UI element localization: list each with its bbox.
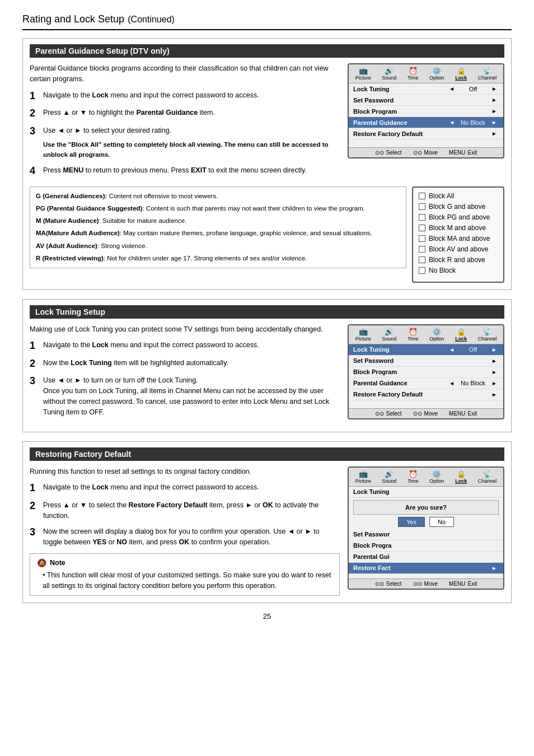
rs-icon-picture: 📺 Picture <box>355 470 371 484</box>
note-section: 🔕 Note This function will clear most of … <box>30 553 340 596</box>
rating-no-block: No Block <box>419 267 498 274</box>
lk-tv-footer: ⊙⊙Select ⊙⊙Move MENUExit <box>349 408 503 418</box>
lock-tuning-section: Lock Tuning Setup Making use of Lock Tun… <box>22 299 512 432</box>
rs-icon-channel: 📡 Channel <box>478 470 497 484</box>
parental-middle: G (General Audiences): Content not offen… <box>30 186 504 283</box>
rs-row-parental: Parental Gui <box>349 552 503 563</box>
lk-icon-option: ⚙️ Option <box>429 328 444 342</box>
icon-channel: 📡 Channel <box>478 67 497 81</box>
lk-row-block-program: Block Program ► <box>349 367 503 378</box>
note-bullet-1: This function will clear most of your cu… <box>43 570 332 591</box>
rs-icon-time: ⏰ Time <box>407 470 419 484</box>
rating-block-m: Block M and above <box>419 224 498 232</box>
parental-descriptions: G (General Audiences): Content not offen… <box>30 186 406 283</box>
icon-sound: 🔊 Sound <box>382 67 396 81</box>
parental-step-3: 3 Use ◄ or ► to select your desired rati… <box>30 125 340 160</box>
rs-icon-sound: 🔊 Sound <box>382 470 396 484</box>
rating-block-pg: Block PG and above <box>419 213 498 221</box>
ratings-panel: Block All Block G and above Block PG and… <box>412 186 504 283</box>
rs-row-set-password: Set Passwor <box>349 529 503 540</box>
restore-right: 📺 Picture 🔊 Sound ⏰ Time ⚙️ Option <box>348 466 504 596</box>
desc-panel: G (General Audiences): Content not offen… <box>30 186 406 269</box>
page-number: 25 <box>22 612 512 620</box>
lock-tuning-left: Making use of Lock Tuning you can protec… <box>30 324 340 425</box>
parental-guidance-section: Parental Guidance Setup (DTV only) Paren… <box>22 38 512 290</box>
restore-step-3: 3 Now the screen will display a dialog b… <box>30 526 340 548</box>
lock-step-2: 2 Now the Lock Tuning item will be highl… <box>30 358 340 370</box>
lk-icon-time: ⏰ Time <box>407 328 419 342</box>
lk-row-set-password: Set Password ► <box>349 356 503 367</box>
restore-left: Running this function to reset all setti… <box>30 466 340 596</box>
dialog-yes-button[interactable]: Yes <box>398 517 425 527</box>
icon-picture: 📺 Picture <box>355 67 371 81</box>
note-title: 🔕 Note <box>37 558 332 567</box>
lk-icon-channel: 📡 Channel <box>478 328 497 342</box>
rs-row-restore: Restore Fact ► <box>349 563 503 574</box>
parental-right: 📺 Picture 🔊 Sound ⏰ Time ⚙️ Option <box>348 63 504 183</box>
rs-icon-option: ⚙️ Option <box>429 470 444 484</box>
lock-step-3: 3 Use ◄ or ► to turn on or turn off the … <box>30 375 340 417</box>
lock-tuning-content: Making use of Lock Tuning you can protec… <box>30 324 504 425</box>
icon-option: ⚙️ Option <box>429 67 444 81</box>
parental-intro: Parental Guidance blocks programs accord… <box>30 63 340 85</box>
tv-footer: ⊙⊙Select ⊙⊙Move MENUExit <box>349 147 503 157</box>
restore-panel: 📺 Picture 🔊 Sound ⏰ Time ⚙️ Option <box>348 466 504 590</box>
restore-step-2: 2 Press ▲ or ▼ to select the Restore Fac… <box>30 500 340 521</box>
tv-panel-header: 📺 Picture 🔊 Sound ⏰ Time ⚙️ Option <box>349 64 503 83</box>
rs-row-block-program: Block Progra <box>349 540 503 552</box>
restore-factory-section: Restoring Factory Default Running this f… <box>22 441 512 604</box>
lock-panel-header: 📺 Picture 🔊 Sound ⏰ Time ⚙️ Option <box>349 325 503 344</box>
lk-row-restore: Restore Factory Default ► <box>349 389 503 400</box>
restore-factory-header: Restoring Factory Default <box>30 447 504 461</box>
icon-lock: 🔒 Lock <box>455 67 467 81</box>
dialog-title: Are you sure? <box>353 500 499 515</box>
dialog-buttons: Yes No <box>353 517 499 527</box>
lk-row-parental: Parental Guidance ◄ No Block ► <box>349 378 503 389</box>
parental-guidance-header: Parental Guidance Setup (DTV only) <box>30 44 504 58</box>
parental-step-1: 1 Navigate to the Lock menu and input th… <box>30 90 340 102</box>
page-title: Rating and Lock Setup (Continued) <box>22 11 512 30</box>
menu-row-parental-guidance: Parental Guidance ◄ No Block ► <box>349 117 503 128</box>
rating-block-all: Block All <box>419 192 498 200</box>
menu-row-set-password: Set Password ► <box>349 95 503 106</box>
rating-block-g: Block G and above <box>419 203 498 211</box>
restore-content: Running this function to reset all setti… <box>30 466 504 596</box>
dialog-no-button[interactable]: No <box>429 517 454 527</box>
parental-left: Parental Guidance blocks programs accord… <box>30 63 340 183</box>
rating-block-r: Block R and above <box>419 256 498 264</box>
restore-step-1: 1 Navigate to the Lock menu and input th… <box>30 482 340 494</box>
lock-step-1: 1 Navigate to the Lock menu and input th… <box>30 340 340 352</box>
lk-icon-lock: 🔒 Lock <box>455 328 467 342</box>
rating-block-ma: Block MA and above <box>419 235 498 242</box>
lock-tuning-header: Lock Tuning Setup <box>30 305 504 319</box>
menu-row-lock-tuning: Lock Tuning ◄ Off ► <box>349 83 503 95</box>
parental-tv-panel: 📺 Picture 🔊 Sound ⏰ Time ⚙️ Option <box>348 63 504 158</box>
lock-tuning-intro: Making use of Lock Tuning you can protec… <box>30 324 340 335</box>
parental-step-4: 4 Press MENU to return to previous menu.… <box>30 165 340 178</box>
menu-row-restore-factory: Restore Factory Default ► <box>349 128 503 139</box>
parental-section-content: Parental Guidance blocks programs accord… <box>30 63 504 183</box>
rs-row-lock-tuning: Lock Tuning <box>349 487 503 498</box>
lk-row-lock-tuning: Lock Tuning ◄ Off ► <box>349 344 503 356</box>
lk-icon-picture: 📺 Picture <box>355 328 371 342</box>
restore-intro: Running this function to reset all setti… <box>30 466 340 477</box>
lock-tuning-right: 📺 Picture 🔊 Sound ⏰ Time ⚙️ Option <box>348 324 504 425</box>
parental-step-2: 2 Press ▲ or ▼ to highlight the Parental… <box>30 108 340 120</box>
menu-row-block-program: Block Program ► <box>349 106 503 117</box>
icon-time: ⏰ Time <box>407 67 419 81</box>
restore-panel-header: 📺 Picture 🔊 Sound ⏰ Time ⚙️ Option <box>349 468 503 487</box>
rating-options: Block All Block G and above Block PG and… <box>412 186 504 283</box>
rating-block-av: Block AV and above <box>419 245 498 253</box>
rs-icon-lock: 🔒 Lock <box>455 470 467 484</box>
lk-icon-sound: 🔊 Sound <box>382 328 396 342</box>
lock-tuning-panel: 📺 Picture 🔊 Sound ⏰ Time ⚙️ Option <box>348 324 504 419</box>
rs-tv-footer: ⊙⊙Select ⊙⊙Move MENUExit <box>349 578 503 589</box>
block-note: Use the "Block All" setting to completel… <box>43 140 340 160</box>
confirm-dialog: Are you sure? Yes No <box>349 498 503 529</box>
